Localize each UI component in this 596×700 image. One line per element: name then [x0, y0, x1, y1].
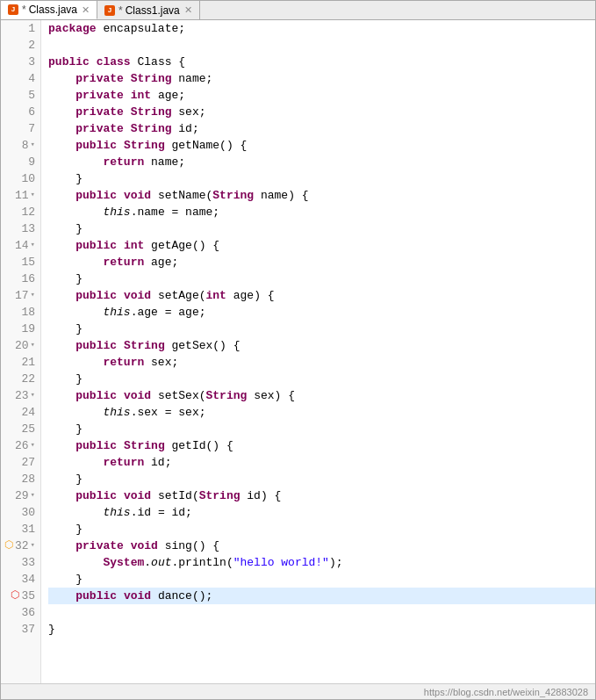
token	[117, 437, 124, 454]
line-number-1: 1	[4, 20, 35, 37]
code-line-8: public String getName() {	[48, 137, 595, 154]
token	[48, 87, 75, 104]
token: return	[103, 254, 144, 271]
tab-modified-0: *	[22, 4, 26, 16]
token: System	[103, 554, 144, 571]
line-number-35: ⬡35	[4, 588, 35, 604]
code-line-32: private void sing() {	[48, 538, 595, 554]
code-line-19: }	[48, 321, 595, 337]
tab-close-0[interactable]: ✕	[82, 4, 90, 16]
code-line-33: System.out.println("hello world!");	[48, 554, 595, 571]
code-line-10: }	[48, 170, 595, 187]
token	[117, 487, 124, 504]
token: int	[206, 287, 226, 304]
token: int	[131, 87, 151, 104]
fold-icon-29[interactable]: ▾	[31, 487, 35, 504]
tab-0[interactable]: J*Class.java✕	[1, 1, 97, 19]
token: void	[124, 387, 151, 404]
token: getName() {	[165, 137, 248, 154]
token: int	[124, 237, 144, 254]
line-number-17: 17▾	[4, 287, 35, 304]
token: private	[75, 70, 124, 87]
token	[48, 404, 103, 421]
tab-label-1: Class1.java	[126, 4, 180, 17]
token	[48, 287, 75, 304]
code-line-2	[48, 37, 595, 54]
token: }	[48, 521, 83, 538]
watermark-text: https://blog.csdn.net/weixin_42883028	[424, 687, 588, 697]
line-number-33: 33	[4, 554, 35, 571]
token	[124, 70, 131, 87]
line-number-31: 31	[4, 521, 35, 538]
token	[48, 204, 103, 220]
line-number-24: 24	[4, 404, 35, 421]
token: .println(	[171, 554, 233, 571]
token	[48, 354, 103, 371]
token: sing() {	[158, 538, 219, 554]
code-line-16: }	[48, 271, 595, 287]
token	[48, 187, 75, 204]
token: this	[103, 504, 130, 521]
token: String	[124, 137, 165, 154]
token	[124, 87, 131, 104]
code-content[interactable]: package encapsulate; public class Class …	[41, 20, 595, 683]
line-number-4: 4	[4, 70, 35, 87]
token	[117, 287, 124, 304]
code-line-18: this.age = age;	[48, 304, 595, 321]
token	[48, 588, 75, 604]
line-number-34: 34	[4, 571, 35, 588]
line-number-16: 16	[4, 271, 35, 287]
token: id;	[171, 120, 198, 137]
fold-icon-26[interactable]: ▾	[31, 437, 35, 454]
token: String	[124, 337, 165, 354]
token: }	[48, 271, 83, 287]
token	[48, 454, 103, 471]
token: this	[103, 404, 130, 421]
line-number-9: 9	[4, 154, 35, 170]
line-number-7: 7	[4, 120, 35, 137]
token: }	[48, 621, 55, 638]
fold-icon-8[interactable]: ▾	[31, 137, 35, 154]
token: public	[75, 437, 117, 454]
line-number-6: 6	[4, 104, 35, 120]
line-number-30: 30	[4, 504, 35, 521]
token	[48, 387, 75, 404]
fold-icon-23[interactable]: ▾	[31, 387, 35, 404]
fold-icon-17[interactable]: ▾	[31, 287, 35, 304]
token	[48, 70, 75, 87]
code-line-34: }	[48, 571, 595, 588]
token	[48, 104, 75, 120]
token: .id = id;	[131, 504, 192, 521]
fold-icon-20[interactable]: ▾	[31, 337, 35, 354]
code-line-7: private String id;	[48, 120, 595, 137]
line-number-10: 10	[4, 170, 35, 187]
token: public	[48, 54, 90, 70]
token: this	[103, 204, 130, 220]
code-line-5: private int age;	[48, 87, 595, 104]
line-number-27: 27	[4, 454, 35, 471]
line-number-29: 29▾	[4, 487, 35, 504]
line-number-28: 28	[4, 471, 35, 487]
tab-label-0: Class.java	[29, 4, 77, 16]
token: }	[48, 421, 83, 437]
token: age;	[144, 254, 178, 271]
fold-icon-11[interactable]: ▾	[31, 187, 35, 204]
line-number-18: 18	[4, 304, 35, 321]
tab-1[interactable]: J*Class1.java✕	[97, 1, 200, 19]
tab-bar: J*Class.java✕J*Class1.java✕	[1, 1, 595, 20]
token: sex;	[171, 104, 205, 120]
code-line-29: public void setId(String id) {	[48, 487, 595, 504]
token	[48, 120, 75, 137]
tab-close-1[interactable]: ✕	[184, 4, 192, 16]
token: private	[75, 538, 124, 554]
token: .age = age;	[131, 304, 206, 321]
token: public	[75, 487, 117, 504]
fold-icon-14[interactable]: ▾	[31, 237, 35, 254]
token: age;	[151, 87, 185, 104]
code-line-35: public void dance();	[48, 588, 595, 604]
token	[48, 304, 103, 321]
line-numbers: 12345678▾91011▾121314▾151617▾181920▾2122…	[1, 20, 41, 683]
fold-icon-32[interactable]: ▾	[31, 538, 35, 554]
line-number-14: 14▾	[4, 237, 35, 254]
token: public	[75, 337, 117, 354]
